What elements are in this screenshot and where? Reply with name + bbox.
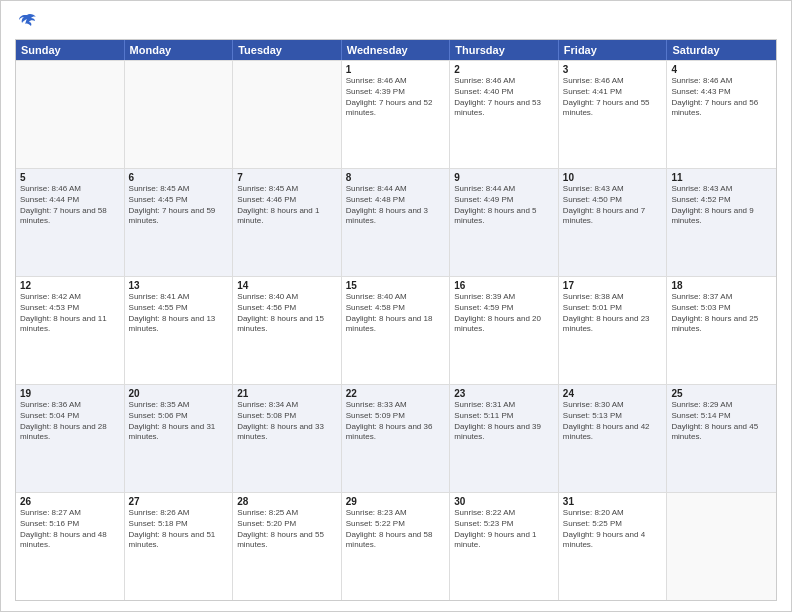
day-number: 25 xyxy=(671,388,772,399)
calendar-page: SundayMondayTuesdayWednesdayThursdayFrid… xyxy=(0,0,792,612)
day-cell-11: 11Sunrise: 8:43 AM Sunset: 4:52 PM Dayli… xyxy=(667,169,776,276)
day-cell-24: 24Sunrise: 8:30 AM Sunset: 5:13 PM Dayli… xyxy=(559,385,668,492)
day-number: 27 xyxy=(129,496,229,507)
calendar-body: 1Sunrise: 8:46 AM Sunset: 4:39 PM Daylig… xyxy=(16,60,776,600)
day-info: Sunrise: 8:45 AM Sunset: 4:46 PM Dayligh… xyxy=(237,184,337,227)
day-number: 16 xyxy=(454,280,554,291)
calendar-row-4: 26Sunrise: 8:27 AM Sunset: 5:16 PM Dayli… xyxy=(16,492,776,600)
day-cell-25: 25Sunrise: 8:29 AM Sunset: 5:14 PM Dayli… xyxy=(667,385,776,492)
empty-cell xyxy=(233,61,342,168)
day-number: 26 xyxy=(20,496,120,507)
day-number: 22 xyxy=(346,388,446,399)
day-number: 28 xyxy=(237,496,337,507)
header-day-sunday: Sunday xyxy=(16,40,125,60)
day-info: Sunrise: 8:44 AM Sunset: 4:48 PM Dayligh… xyxy=(346,184,446,227)
day-number: 6 xyxy=(129,172,229,183)
day-info: Sunrise: 8:46 AM Sunset: 4:40 PM Dayligh… xyxy=(454,76,554,119)
day-info: Sunrise: 8:41 AM Sunset: 4:55 PM Dayligh… xyxy=(129,292,229,335)
day-number: 10 xyxy=(563,172,663,183)
day-number: 8 xyxy=(346,172,446,183)
day-cell-27: 27Sunrise: 8:26 AM Sunset: 5:18 PM Dayli… xyxy=(125,493,234,600)
day-cell-1: 1Sunrise: 8:46 AM Sunset: 4:39 PM Daylig… xyxy=(342,61,451,168)
logo-bird-icon xyxy=(17,13,37,31)
day-cell-4: 4Sunrise: 8:46 AM Sunset: 4:43 PM Daylig… xyxy=(667,61,776,168)
calendar-row-1: 5Sunrise: 8:46 AM Sunset: 4:44 PM Daylig… xyxy=(16,168,776,276)
day-info: Sunrise: 8:34 AM Sunset: 5:08 PM Dayligh… xyxy=(237,400,337,443)
logo xyxy=(15,13,39,31)
day-cell-10: 10Sunrise: 8:43 AM Sunset: 4:50 PM Dayli… xyxy=(559,169,668,276)
day-info: Sunrise: 8:46 AM Sunset: 4:41 PM Dayligh… xyxy=(563,76,663,119)
day-cell-29: 29Sunrise: 8:23 AM Sunset: 5:22 PM Dayli… xyxy=(342,493,451,600)
day-number: 30 xyxy=(454,496,554,507)
empty-cell xyxy=(16,61,125,168)
calendar-row-2: 12Sunrise: 8:42 AM Sunset: 4:53 PM Dayli… xyxy=(16,276,776,384)
day-info: Sunrise: 8:25 AM Sunset: 5:20 PM Dayligh… xyxy=(237,508,337,551)
day-number: 29 xyxy=(346,496,446,507)
day-info: Sunrise: 8:35 AM Sunset: 5:06 PM Dayligh… xyxy=(129,400,229,443)
day-info: Sunrise: 8:39 AM Sunset: 4:59 PM Dayligh… xyxy=(454,292,554,335)
day-number: 11 xyxy=(671,172,772,183)
day-info: Sunrise: 8:43 AM Sunset: 4:50 PM Dayligh… xyxy=(563,184,663,227)
day-number: 21 xyxy=(237,388,337,399)
day-info: Sunrise: 8:40 AM Sunset: 4:58 PM Dayligh… xyxy=(346,292,446,335)
day-number: 7 xyxy=(237,172,337,183)
day-info: Sunrise: 8:22 AM Sunset: 5:23 PM Dayligh… xyxy=(454,508,554,551)
calendar-grid: SundayMondayTuesdayWednesdayThursdayFrid… xyxy=(15,39,777,601)
day-number: 15 xyxy=(346,280,446,291)
day-cell-26: 26Sunrise: 8:27 AM Sunset: 5:16 PM Dayli… xyxy=(16,493,125,600)
day-info: Sunrise: 8:27 AM Sunset: 5:16 PM Dayligh… xyxy=(20,508,120,551)
day-number: 1 xyxy=(346,64,446,75)
day-number: 24 xyxy=(563,388,663,399)
day-info: Sunrise: 8:40 AM Sunset: 4:56 PM Dayligh… xyxy=(237,292,337,335)
header-day-saturday: Saturday xyxy=(667,40,776,60)
day-cell-7: 7Sunrise: 8:45 AM Sunset: 4:46 PM Daylig… xyxy=(233,169,342,276)
calendar-row-0: 1Sunrise: 8:46 AM Sunset: 4:39 PM Daylig… xyxy=(16,60,776,168)
empty-cell xyxy=(667,493,776,600)
day-number: 2 xyxy=(454,64,554,75)
day-info: Sunrise: 8:31 AM Sunset: 5:11 PM Dayligh… xyxy=(454,400,554,443)
day-info: Sunrise: 8:43 AM Sunset: 4:52 PM Dayligh… xyxy=(671,184,772,227)
day-cell-13: 13Sunrise: 8:41 AM Sunset: 4:55 PM Dayli… xyxy=(125,277,234,384)
day-cell-16: 16Sunrise: 8:39 AM Sunset: 4:59 PM Dayli… xyxy=(450,277,559,384)
day-number: 3 xyxy=(563,64,663,75)
day-number: 4 xyxy=(671,64,772,75)
day-info: Sunrise: 8:44 AM Sunset: 4:49 PM Dayligh… xyxy=(454,184,554,227)
day-number: 18 xyxy=(671,280,772,291)
header-day-wednesday: Wednesday xyxy=(342,40,451,60)
day-number: 5 xyxy=(20,172,120,183)
day-number: 9 xyxy=(454,172,554,183)
empty-cell xyxy=(125,61,234,168)
day-info: Sunrise: 8:20 AM Sunset: 5:25 PM Dayligh… xyxy=(563,508,663,551)
day-cell-30: 30Sunrise: 8:22 AM Sunset: 5:23 PM Dayli… xyxy=(450,493,559,600)
day-cell-8: 8Sunrise: 8:44 AM Sunset: 4:48 PM Daylig… xyxy=(342,169,451,276)
header-day-monday: Monday xyxy=(125,40,234,60)
day-cell-22: 22Sunrise: 8:33 AM Sunset: 5:09 PM Dayli… xyxy=(342,385,451,492)
day-cell-19: 19Sunrise: 8:36 AM Sunset: 5:04 PM Dayli… xyxy=(16,385,125,492)
day-number: 12 xyxy=(20,280,120,291)
day-cell-6: 6Sunrise: 8:45 AM Sunset: 4:45 PM Daylig… xyxy=(125,169,234,276)
calendar-row-3: 19Sunrise: 8:36 AM Sunset: 5:04 PM Dayli… xyxy=(16,384,776,492)
day-cell-23: 23Sunrise: 8:31 AM Sunset: 5:11 PM Dayli… xyxy=(450,385,559,492)
day-info: Sunrise: 8:37 AM Sunset: 5:03 PM Dayligh… xyxy=(671,292,772,335)
day-info: Sunrise: 8:29 AM Sunset: 5:14 PM Dayligh… xyxy=(671,400,772,443)
day-cell-12: 12Sunrise: 8:42 AM Sunset: 4:53 PM Dayli… xyxy=(16,277,125,384)
day-number: 23 xyxy=(454,388,554,399)
day-cell-18: 18Sunrise: 8:37 AM Sunset: 5:03 PM Dayli… xyxy=(667,277,776,384)
day-cell-5: 5Sunrise: 8:46 AM Sunset: 4:44 PM Daylig… xyxy=(16,169,125,276)
day-cell-31: 31Sunrise: 8:20 AM Sunset: 5:25 PM Dayli… xyxy=(559,493,668,600)
day-info: Sunrise: 8:26 AM Sunset: 5:18 PM Dayligh… xyxy=(129,508,229,551)
day-info: Sunrise: 8:30 AM Sunset: 5:13 PM Dayligh… xyxy=(563,400,663,443)
day-info: Sunrise: 8:46 AM Sunset: 4:44 PM Dayligh… xyxy=(20,184,120,227)
calendar-header: SundayMondayTuesdayWednesdayThursdayFrid… xyxy=(16,40,776,60)
day-number: 17 xyxy=(563,280,663,291)
day-info: Sunrise: 8:46 AM Sunset: 4:39 PM Dayligh… xyxy=(346,76,446,119)
day-cell-14: 14Sunrise: 8:40 AM Sunset: 4:56 PM Dayli… xyxy=(233,277,342,384)
day-cell-28: 28Sunrise: 8:25 AM Sunset: 5:20 PM Dayli… xyxy=(233,493,342,600)
day-cell-2: 2Sunrise: 8:46 AM Sunset: 4:40 PM Daylig… xyxy=(450,61,559,168)
day-info: Sunrise: 8:46 AM Sunset: 4:43 PM Dayligh… xyxy=(671,76,772,119)
day-info: Sunrise: 8:23 AM Sunset: 5:22 PM Dayligh… xyxy=(346,508,446,551)
day-number: 19 xyxy=(20,388,120,399)
day-number: 13 xyxy=(129,280,229,291)
day-cell-20: 20Sunrise: 8:35 AM Sunset: 5:06 PM Dayli… xyxy=(125,385,234,492)
day-info: Sunrise: 8:33 AM Sunset: 5:09 PM Dayligh… xyxy=(346,400,446,443)
